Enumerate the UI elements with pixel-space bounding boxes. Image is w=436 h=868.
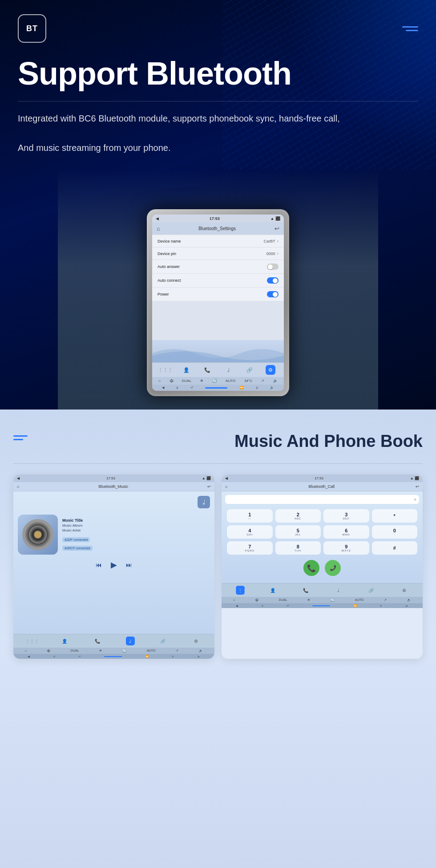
call-nav-link[interactable]: 🔗 [367,586,375,595]
hamburger-icon[interactable] [402,26,418,31]
album-art [18,515,58,555]
call-nav-music[interactable]: ♩ [334,586,343,595]
nav-link[interactable]: 🔗 [245,365,254,375]
hero-description: Integrated with BC6 Bluetooth module, su… [0,111,436,155]
cs-vol[interactable]: 🔊 [407,598,411,602]
nav-settings[interactable]: ⚙ [266,365,275,375]
sys-fan[interactable]: ↗ [261,379,264,383]
screen-sys-bar: ⌂ ⏻ DUAL ❄ 🔄 AUTO 34°C ↗ 🔊 [152,377,284,385]
home-icon[interactable]: ⌂ [157,226,160,232]
play-button[interactable]: ▶ [111,560,117,570]
section-header: Music And Phone Book [13,432,423,451]
back-button[interactable]: ↩ [275,225,279,232]
cs-home[interactable]: ⌂ [233,598,235,602]
back-arrow[interactable]: ◀ [156,216,159,221]
music-nav-apps[interactable]: ⋮⋮⋮ [28,637,36,645]
sys-recycle[interactable]: 🔄 [212,379,217,383]
screen-bottom-nav: ⋮⋮⋮ 👤 📞 ♩ 🔗 ⚙ [152,362,284,377]
nav-phone[interactable]: 📞 [202,365,212,375]
nav-contacts[interactable]: 👤 [182,365,191,375]
ms-fan[interactable]: ↗ [176,649,178,653]
nav-apps[interactable]: ⋮⋮⋮ [161,365,170,375]
mv-slider[interactable] [104,656,122,657]
dial-8[interactable]: 8TUV [275,541,321,555]
ms-ac[interactable]: ❄ [99,649,102,653]
cs-power[interactable]: ⏻ [255,598,258,602]
power-toggle[interactable] [267,291,279,297]
auto-answer-toggle[interactable] [267,264,279,270]
call-home-icon[interactable]: ⌂ [225,484,227,489]
cs-fan[interactable]: ↗ [384,598,387,602]
music-nav-contacts[interactable]: 👤 [60,637,69,645]
music-time: 17:53 [106,476,115,480]
setting-auto-connect[interactable]: Auto connect [152,274,284,288]
call-nav-apps[interactable]: ⋮⋮⋮ [236,586,245,595]
setting-power[interactable]: Power [152,288,284,301]
call-app-title: Bluetooth_Call [308,484,335,489]
mv-speaker[interactable]: 🔊 [197,655,200,658]
bt-settings-list: Device name CarBT › Device pin 0000 › [152,235,284,340]
dial-star[interactable]: * [372,509,418,523]
cv-speaker[interactable]: 🔊 [405,604,408,607]
cs-recycle[interactable]: 🔄 [331,598,335,602]
vol-seek[interactable]: ⏩ [240,386,244,389]
ms-home[interactable]: ⌂ [25,649,27,653]
music-nav-settings[interactable]: ⚙ [191,637,200,645]
mv-seek[interactable]: ⏩ [145,655,149,658]
vol-speaker[interactable]: 🔊 [270,386,274,389]
call-nav-phone[interactable]: 📞 [301,586,310,595]
sys-power[interactable]: ⏻ [170,379,173,383]
vol-back[interactable]: ◀ [162,386,164,389]
dial-3[interactable]: 3DEF [323,509,369,523]
music-back-btn[interactable]: ↩ [207,484,211,489]
sys-home[interactable]: ⌂ [158,379,161,383]
dial-1[interactable]: 1— [227,509,273,523]
cs-ac[interactable]: ❄ [307,598,310,602]
section-hamburger-icon[interactable] [13,435,28,440]
mv-back[interactable]: ◀ [28,655,30,658]
ms-power[interactable]: ⏻ [47,649,50,653]
ms-recycle[interactable]: 🔄 [122,649,126,653]
dial-6[interactable]: 6MNO [323,525,369,539]
music-nav-phone[interactable]: 📞 [93,637,102,645]
mv-return[interactable]: ⏎ [78,655,81,658]
music-nav-link[interactable]: 🔗 [158,637,167,645]
call-status-icons: ▲ ⬛ [410,476,419,480]
dial-hash[interactable]: # [372,541,418,555]
cv-slider[interactable] [312,605,330,606]
next-button[interactable]: ⏭ [126,561,132,568]
setting-device-pin[interactable]: Device pin 0000 › [152,247,284,260]
hangup-button[interactable]: 📞 [325,560,341,576]
dial-7[interactable]: 7PQRS [227,541,273,555]
setting-auto-answer[interactable]: Auto answer [152,260,284,274]
dial-5[interactable]: 5JKL [275,525,321,539]
cv-return[interactable]: ⏎ [287,604,289,607]
search-clear-icon[interactable]: × [414,497,416,502]
prev-button[interactable]: ⏮ [96,561,102,568]
nav-music[interactable]: ♩ [224,365,234,375]
call-nav-contacts[interactable]: 👤 [268,586,277,595]
dial-9[interactable]: 9WXYZ [323,541,369,555]
setting-device-name[interactable]: Device name CarBT › [152,235,284,247]
answer-button[interactable]: 📞 [303,560,319,576]
call-search-bar[interactable]: × [225,495,419,504]
call-back-btn[interactable]: ↩ [416,484,419,489]
dial-4[interactable]: 4GHI [227,525,273,539]
chevron-icon: › [277,239,279,243]
dial-2[interactable]: 2ABC [275,509,321,523]
sys-vol[interactable]: 🔊 [273,379,278,383]
dial-0[interactable]: 0· [372,525,418,539]
music-home-icon[interactable]: ⌂ [17,484,19,489]
cv-seek[interactable]: ⏩ [354,604,357,607]
vol-return[interactable]: ⏎ [190,386,193,389]
auto-connect-toggle[interactable] [267,277,279,284]
vol-slider[interactable] [205,387,227,389]
cv-back[interactable]: ◀ [236,604,238,607]
sys-ac[interactable]: ❄ [200,379,203,383]
music-nav-music[interactable]: ♩ [126,637,135,645]
call-back-arrow[interactable]: ◀ [225,476,228,480]
call-nav-settings[interactable]: ⚙ [400,586,408,595]
ms-vol[interactable]: 🔊 [199,649,203,653]
app-bar: ⌂ Bluetooth_Settings ↩ [152,223,284,235]
music-back-arrow[interactable]: ◀ [17,476,20,480]
